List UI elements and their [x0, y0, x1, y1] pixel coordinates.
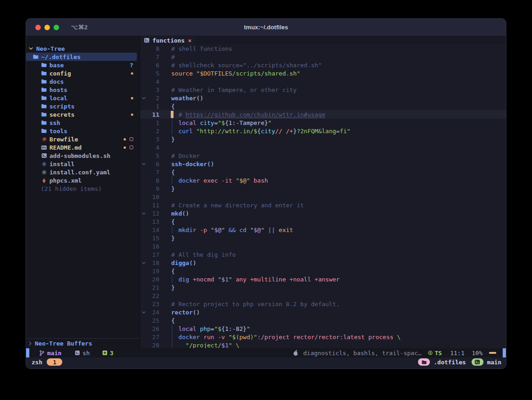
- tree-item-scripts[interactable]: scripts: [26, 102, 138, 110]
- code-line[interactable]: 11 # https://github.com/chubin/wttr.in#u…: [140, 110, 506, 119]
- fold-chevron-icon[interactable]: [140, 163, 147, 165]
- line-number: 16: [147, 243, 159, 250]
- code-line[interactable]: 12mkd(): [140, 209, 506, 217]
- tab-functions[interactable]: functions ×: [140, 36, 196, 44]
- code-line[interactable]: 1{: [140, 102, 506, 110]
- indent-guide: [172, 119, 173, 127]
- scroll-indicator: [503, 348, 506, 357]
- folder-icon: [41, 129, 47, 133]
- code-line[interactable]: 9}: [140, 184, 506, 193]
- tmux-window-index: 1: [53, 359, 57, 366]
- code-line[interactable]: 4: [140, 143, 506, 151]
- code-text: # https://github.com/chubin/wttr.in#usag…: [159, 111, 326, 118]
- code-line[interactable]: 21}: [140, 283, 506, 292]
- code-line[interactable]: 25{: [140, 316, 506, 324]
- code-line[interactable]: 11# Create a new directory and enter it: [140, 201, 506, 209]
- code-line[interactable]: 3}: [140, 135, 506, 143]
- tree-item-install[interactable]: install: [26, 160, 138, 168]
- line-number: 1: [147, 103, 159, 110]
- tmux-window-name[interactable]: zsh: [32, 359, 42, 366]
- neo-tree-header[interactable]: Neo-Tree: [26, 44, 140, 53]
- code-line[interactable]: 20 dig +nocmd "$1" any +multiline +noall…: [140, 275, 506, 283]
- tree-item-hosts[interactable]: hosts: [26, 86, 138, 94]
- code-line[interactable]: 18digga(): [140, 259, 506, 267]
- code-line[interactable]: 7#: [140, 53, 506, 61]
- code-line[interactable]: 1 local city="${1:-Tampere}": [140, 119, 506, 127]
- code-line[interactable]: 8 docker exec -it "$@" bash: [140, 176, 506, 184]
- line-number: 1: [147, 119, 159, 126]
- code-line[interactable]: 5# Docker: [140, 151, 506, 160]
- cursor-position: 11:1: [450, 350, 464, 357]
- tmux-window-index-badge[interactable]: 1: [47, 358, 62, 366]
- code-line[interactable]: 27 docker run -v "$(pwd)":/project recto…: [140, 333, 506, 341]
- folder-icon: [33, 54, 39, 59]
- code-line[interactable]: 28 "/project/$1" \: [140, 341, 506, 348]
- fold-chevron-icon[interactable]: [140, 311, 147, 314]
- terminal-icon: [475, 360, 480, 364]
- line-number: 25: [147, 317, 159, 324]
- tree-item-brewfile[interactable]: Brewfile: [26, 135, 138, 143]
- code-line[interactable]: 2 curl "http://wttr.in/${city// /+}?2nFQ…: [140, 127, 506, 135]
- editor[interactable]: functions × 8# shell functions7#6# shell…: [140, 36, 506, 348]
- tree-item-install-conf-yaml[interactable]: install.conf.yaml: [26, 168, 138, 176]
- zoom-button[interactable]: [54, 25, 59, 30]
- fold-chevron-icon[interactable]: [140, 212, 147, 215]
- code-line[interactable]: 8# shell functions: [140, 44, 506, 53]
- tree-item-phpcs-xml[interactable]: ϕphpcs.xml: [26, 176, 138, 184]
- terminal-window: ⌥⌘2 tmux:~/.dotfiles Neo-Tree ~/.dotfile…: [26, 18, 506, 369]
- line-number: 9: [147, 185, 159, 192]
- folder-icon: [41, 120, 47, 125]
- tree-item-tools[interactable]: tools: [26, 127, 138, 135]
- code-line[interactable]: 5source "$DOTFILES/scripts/shared.sh": [140, 69, 506, 77]
- code-line[interactable]: 19{: [140, 267, 506, 275]
- code-text: mkdir -p "$@" && cd "$@" || exit: [159, 227, 293, 233]
- code-line[interactable]: 10: [140, 193, 506, 201]
- tree-item-label: config: [49, 70, 71, 77]
- tree-item-config[interactable]: config: [26, 69, 138, 77]
- fold-chevron-icon[interactable]: [140, 262, 147, 264]
- fold-chevron-icon[interactable]: [140, 97, 147, 99]
- code-line[interactable]: 2weather(): [140, 94, 506, 102]
- code-line[interactable]: 7{: [140, 168, 506, 176]
- window-titlebar[interactable]: ⌥⌘2 tmux:~/.dotfiles: [26, 19, 506, 36]
- code-line[interactable]: 16: [140, 242, 506, 250]
- code-text: docker exec -it "$@" bash: [159, 177, 268, 184]
- code-line[interactable]: 17# All the dig info: [140, 250, 506, 259]
- line-number: 5: [147, 70, 159, 77]
- line-number: 19: [147, 268, 159, 275]
- code-line[interactable]: 13{: [140, 217, 506, 226]
- code-line[interactable]: 6# shellcheck source="../scripts/shared.…: [140, 61, 506, 69]
- tab-close-icon[interactable]: ×: [188, 37, 191, 44]
- tree-item-add-submodules-sh[interactable]: add-submodules.sh: [26, 151, 138, 160]
- code-line[interactable]: 22: [140, 292, 506, 300]
- code-line[interactable]: 14 mkdir -p "$@" && cd "$@" || exit: [140, 226, 506, 234]
- tree-item-docs[interactable]: docs: [26, 77, 138, 86]
- code-line[interactable]: 26 local php="${1:-82}": [140, 324, 506, 333]
- hidden-items-note: (21 hidden items): [41, 185, 102, 192]
- tree-item-secrets[interactable]: secrets: [26, 110, 138, 119]
- code-line[interactable]: 4: [140, 77, 506, 86]
- code-line[interactable]: 23# Rector project to php version 8.2 by…: [140, 300, 506, 308]
- code-line[interactable]: 15}: [140, 234, 506, 242]
- line-number: 3: [147, 136, 159, 143]
- line-number: 18: [147, 259, 159, 266]
- indent-guide: [172, 127, 173, 135]
- tree-item-base[interactable]: base?: [26, 61, 138, 69]
- code-line[interactable]: 3# Weather in Tampere, or other city: [140, 86, 506, 94]
- tree-item-local[interactable]: local: [26, 94, 138, 102]
- code-area[interactable]: 8# shell functions7#6# shellcheck source…: [140, 44, 506, 348]
- code-line[interactable]: 24rector(): [140, 308, 506, 316]
- tree-item-readme-md[interactable]: README.md: [26, 143, 138, 151]
- close-button[interactable]: [35, 25, 41, 30]
- xml-icon: ϕ: [41, 178, 47, 183]
- code-line[interactable]: 6ssh-docker(): [140, 160, 506, 168]
- tree-item-label: tools: [49, 128, 67, 135]
- folder-icon: [41, 79, 47, 84]
- statusline-right: diagnosticls, bashls, trail-spac… TS 11:…: [293, 348, 506, 357]
- neo-tree-buffers-header[interactable]: Neo-Tree Buffers: [26, 338, 140, 348]
- minimize-button[interactable]: [44, 25, 50, 30]
- tree-item-dotfiles[interactable]: ~/.dotfiles: [26, 53, 137, 61]
- git-diff-section: 3: [103, 350, 114, 357]
- git-status-badges: ?: [130, 62, 133, 69]
- tree-item-ssh[interactable]: ssh: [26, 119, 138, 127]
